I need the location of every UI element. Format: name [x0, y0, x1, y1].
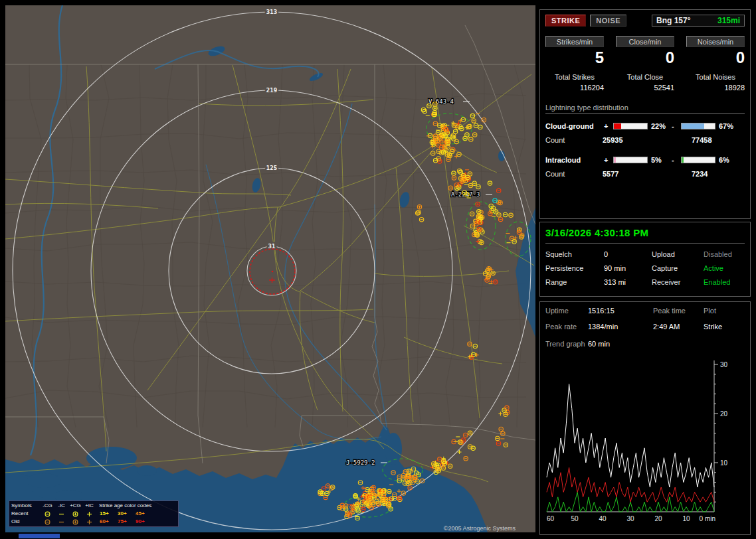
noises-per-min-button[interactable]: Noises/min: [686, 36, 745, 47]
squelch-label: Squelch: [545, 250, 604, 258]
range-value: 313 mi: [604, 278, 652, 286]
status-grid: Squelch 0 Upload Disabled Persistence 90…: [545, 250, 745, 286]
noises-per-min-value: 0: [686, 49, 745, 66]
cell-label: J-5929-2: [346, 459, 375, 466]
bearing-value: Bng 157°: [656, 16, 690, 25]
age-code: 90+: [132, 518, 150, 526]
datetime-display: 3/16/2026 4:30:18 PM: [545, 227, 745, 238]
upload-status: Disabled: [704, 250, 745, 258]
sensor-center: [272, 271, 274, 273]
svg-text:60: 60: [547, 515, 555, 522]
legend-type-header: -IC: [54, 502, 68, 510]
intracloud-label: Intracloud: [545, 156, 604, 164]
icneg-icon: [54, 510, 68, 518]
cgpos-icon: [68, 518, 82, 526]
total-close-value: 52541: [616, 84, 674, 92]
trend-series-close: [547, 467, 714, 502]
svg-text:10: 10: [682, 515, 690, 522]
noise-mode-button[interactable]: NOISE: [590, 15, 626, 27]
cg-pos-pct: 22%: [648, 122, 672, 130]
mode-header: STRIKE NOISE Bng 157° 315mi: [545, 15, 745, 27]
minus-sign: -: [672, 156, 681, 164]
strikes-column: Strikes/min 5 Total Strikes 116204: [545, 36, 604, 92]
plus-sign: +: [604, 156, 613, 164]
age-code: 75+: [114, 518, 132, 526]
svg-text:10: 10: [720, 459, 728, 467]
copyright-text: ©2005 Astrogenic Systems: [444, 525, 516, 532]
strikes-per-min-value: 5: [545, 49, 604, 66]
count-label: Count: [545, 170, 603, 178]
svg-text:20: 20: [720, 410, 728, 418]
ring-label: 31: [268, 243, 276, 250]
status-section: 3/16/2026 4:30:18 PM Squelch 0 Upload Di…: [539, 222, 751, 297]
trend-graph-row: Trend graph 60 min: [545, 340, 745, 348]
capture-label: Capture: [652, 264, 704, 272]
age-code: 60+: [96, 518, 114, 526]
cg-pos-count: 25935: [603, 136, 692, 144]
trend-graph: 1020306050403020100 min: [545, 358, 745, 525]
strikes-per-min-button[interactable]: Strikes/min: [545, 36, 604, 47]
bearing-range: 315mi: [717, 16, 740, 25]
ic-pos-pct: 5%: [648, 156, 672, 164]
svg-text:30: 30: [720, 361, 728, 368]
ic-neg-pct: 6%: [715, 156, 739, 164]
close-per-min-value: 0: [616, 49, 674, 66]
legend-row-label: Old: [11, 518, 41, 526]
total-strikes-value: 116204: [545, 84, 604, 92]
uptime-label: Uptime: [545, 307, 588, 315]
ring-label: 313: [266, 9, 277, 15]
total-noises-value: 18928: [686, 84, 745, 92]
peak-rate-label: Peak rate: [545, 323, 588, 331]
close-per-min-button[interactable]: Close/min: [616, 36, 674, 47]
icpos-icon: [82, 510, 96, 518]
minus-sign: -: [672, 122, 681, 130]
persistence-value: 90 min: [604, 264, 652, 272]
cg-neg-count: 77458: [692, 136, 745, 144]
intracloud-row: Intracloud + 5% - 6%: [545, 156, 745, 164]
strike-mode-button[interactable]: STRIKE: [545, 15, 586, 27]
trend-window-value: 60 min: [588, 340, 745, 348]
plus-sign: +: [604, 122, 613, 130]
total-close-label: Total Close: [616, 73, 674, 81]
squelch-value: 0: [604, 250, 652, 258]
svg-text:20: 20: [654, 515, 662, 522]
cg-neg-bar: [681, 123, 715, 129]
ring-label: 219: [266, 87, 277, 94]
taskbar-fragment[interactable]: [19, 534, 60, 538]
svg-text:50: 50: [571, 515, 579, 522]
age-code: 30+: [114, 510, 132, 518]
capture-status: Active: [704, 264, 745, 272]
plot-label: Plot: [704, 307, 745, 315]
legend-symbols-header: Symbols: [11, 502, 41, 510]
total-noises-label: Total Noises: [686, 73, 745, 81]
nexstorm-window: 31321912531V-643-4A-2247-3J-5929-2 Symbo…: [0, 0, 756, 539]
range-label: Range: [545, 278, 604, 286]
bearing-display: Bng 157° 315mi: [652, 15, 745, 27]
cloud-ground-label: Cloud-ground: [545, 122, 604, 130]
ic-neg-count: 7234: [692, 170, 745, 178]
count-label: Count: [545, 136, 603, 144]
cg-neg-pct: 67%: [715, 122, 739, 130]
lightning-map[interactable]: 31321912531V-643-4A-2247-3J-5929-2 Symbo…: [5, 5, 535, 532]
cgneg-icon: [41, 510, 54, 518]
legend-type-header: -CG: [41, 502, 54, 510]
distribution-title: Lightning type distribution: [545, 104, 745, 114]
right-panel: STRIKE NOISE Bng 157° 315mi Strikes/min …: [539, 0, 751, 539]
map-canvas[interactable]: 31321912531V-643-4A-2247-3J-5929-2: [5, 5, 535, 532]
persistence-label: Persistence: [545, 264, 604, 272]
plot-value: Strike: [704, 323, 745, 331]
ic-neg-bar: [681, 157, 715, 163]
session-section: Uptime 1516:15 Peak time Plot Peak rate …: [539, 301, 751, 535]
age-code: 15+: [96, 510, 114, 518]
cloud-ground-count-row: Count 25935 77458: [545, 136, 745, 144]
rate-stats: Strikes/min 5 Total Strikes 116204 Close…: [545, 36, 745, 92]
stats-section: STRIKE NOISE Bng 157° 315mi Strikes/min …: [539, 9, 751, 219]
svg-text:0 min: 0 min: [700, 515, 715, 522]
svg-text:30: 30: [626, 515, 634, 522]
receiver-label: Receiver: [652, 278, 704, 286]
icpos-icon: [82, 518, 96, 526]
upload-label: Upload: [652, 250, 704, 258]
peak-time-label: Peak time: [653, 307, 704, 315]
strike-legend: Symbols-CG-IC+CG+ICStrike age color code…: [9, 501, 179, 527]
age-code: 45+: [132, 510, 150, 518]
